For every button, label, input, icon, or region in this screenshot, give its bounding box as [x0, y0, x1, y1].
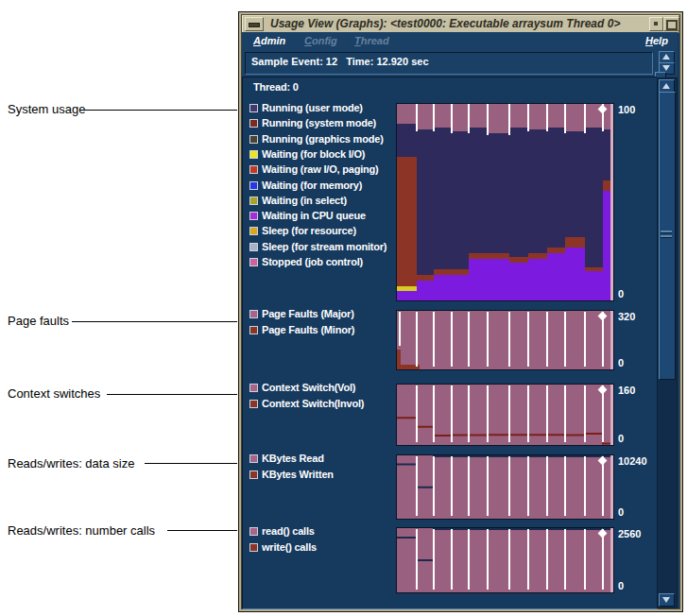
legend-label: Waiting (raw I/O, paging) — [262, 163, 379, 175]
area-segment-running-user — [547, 128, 565, 248]
legend-label: Sleep (for stream monitor) — [262, 241, 386, 252]
maximize-icon — [666, 20, 678, 30]
sample-separator — [468, 104, 470, 133]
area-segment-top-band — [547, 104, 565, 128]
menu-admin[interactable]: Admin — [253, 35, 285, 46]
legend-label: KBytes Written — [262, 469, 334, 480]
legend-swatch — [249, 181, 258, 190]
legend-swatch — [249, 104, 258, 112]
sample-separator — [399, 312, 401, 346]
sample-separator — [564, 385, 566, 442]
scale-zero-label: 0 — [618, 506, 624, 518]
scale-max-label: 100 — [618, 104, 635, 115]
legend-swatch — [249, 471, 258, 479]
area-segment-waiting-cpu-queue — [469, 259, 488, 300]
area-segment-running-system — [565, 237, 585, 247]
area-segment-top-band — [528, 104, 547, 129]
area-segment-running-user — [488, 133, 509, 253]
area-segment-running-user — [469, 128, 488, 253]
sample-separator — [527, 104, 529, 131]
sample-separator — [433, 312, 435, 367]
down-arrow-icon — [662, 65, 670, 71]
sample-separator — [546, 312, 548, 367]
minimize-icon — [654, 22, 658, 26]
sample-separator — [546, 104, 548, 131]
sample-separator — [508, 385, 510, 442]
chart-calls[interactable] — [396, 527, 614, 593]
area-segment-waiting-cpu-queue — [565, 248, 585, 300]
sample-separator — [451, 456, 453, 516]
legend-swatch — [249, 119, 258, 128]
sample-separator — [468, 385, 470, 442]
sample-separator — [508, 104, 510, 135]
sample-separator — [451, 312, 453, 367]
sample-separator — [416, 104, 418, 131]
sample-separator — [487, 312, 489, 367]
sample-separator — [468, 529, 470, 590]
area-segment-waiting-cpu-queue — [547, 253, 565, 300]
sample-separator — [546, 456, 548, 516]
sample-separator — [433, 104, 435, 131]
area-segment-running-system — [469, 253, 488, 259]
area-segment-top-band — [434, 104, 452, 128]
menu-thread[interactable]: Thread — [354, 35, 389, 46]
window-menu-dash-icon — [249, 23, 260, 27]
chart-context-switches[interactable] — [396, 384, 614, 446]
callout-line — [145, 463, 237, 464]
screenshot-stage: System usage Page faults Context switche… — [0, 0, 687, 616]
menu-help[interactable]: Help — [645, 35, 668, 46]
area-segment-waiting-cpu-queue — [397, 291, 417, 300]
legend-swatch — [249, 326, 258, 334]
sample-separator — [487, 385, 489, 442]
area-segment-running-system — [585, 267, 603, 271]
menu-config[interactable]: Config — [304, 35, 337, 46]
area-segment-running-user — [452, 131, 469, 269]
chart-system-usage[interactable] — [396, 103, 614, 301]
down-arrow-icon — [662, 597, 670, 603]
callout-rw-number-calls: Reads/writes: number calls — [8, 523, 155, 538]
legend-swatch — [249, 543, 258, 552]
legend-label: Sleep (for resource) — [262, 225, 356, 236]
scrollbar-thumb[interactable] — [659, 92, 676, 380]
area-segment-running-user — [509, 128, 528, 257]
sample-separator — [487, 456, 489, 516]
scrollbar-down-button[interactable] — [659, 593, 675, 607]
legend-label: Waiting (for block I/O) — [262, 148, 365, 160]
sample-separator — [468, 312, 470, 367]
sample-separator — [564, 456, 566, 516]
scale-max-label: 2560 — [618, 528, 641, 539]
area-segment-waiting-cpu-queue — [585, 271, 603, 300]
sample-separator — [527, 312, 529, 367]
area-segment-top-band — [397, 104, 417, 124]
legend-label: Waiting in CPU queue — [262, 210, 366, 221]
callout-line — [83, 110, 237, 111]
sample-event-text: Sample Event: 12 Time: 12.920 sec — [251, 56, 429, 67]
scale-max-label: 160 — [618, 385, 635, 396]
sample-separator — [433, 529, 435, 590]
sample-separator — [487, 104, 489, 135]
sample-separator — [546, 385, 548, 442]
scrollbar-up-button[interactable] — [659, 79, 675, 93]
legend-label: Waiting (in select) — [262, 195, 347, 206]
callout-line — [107, 394, 237, 395]
maximize-button[interactable] — [663, 17, 679, 31]
area-segment-running-user — [434, 128, 452, 269]
up-arrow-icon — [662, 83, 670, 89]
sample-separator — [508, 529, 510, 590]
window-menu-button[interactable] — [245, 17, 264, 31]
chart-kbytes[interactable] — [396, 454, 614, 520]
up-arrow-icon — [662, 54, 670, 60]
legend-label: Running (graphics mode) — [262, 133, 384, 145]
area-segment-waiting-cpu-queue — [488, 259, 509, 300]
legend-swatch — [249, 258, 258, 266]
legend-swatch — [249, 227, 258, 235]
minimize-button[interactable] — [649, 17, 663, 31]
sample-separator — [416, 456, 418, 516]
sample-separator — [584, 104, 586, 133]
legend-swatch — [249, 135, 258, 144]
chart-page-faults[interactable] — [396, 310, 614, 370]
legend-label: Context Switch(Invol) — [262, 398, 364, 409]
area-fill — [397, 311, 610, 369]
legend-swatch — [249, 243, 258, 251]
thumb-grip — [661, 235, 672, 238]
